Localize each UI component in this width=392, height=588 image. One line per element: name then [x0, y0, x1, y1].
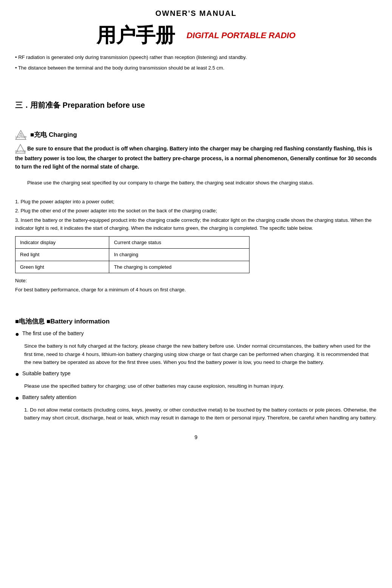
table-cell-green-indicator: Green light	[15, 261, 109, 273]
charging-para1-bold: CAUTION Be sure to ensure that the produ…	[15, 144, 377, 171]
step-1: 1. Plug the power adapter into a power o…	[15, 198, 377, 206]
bullet1-dot: ●	[15, 330, 19, 339]
section3-heading: 三．用前准备 Preparation before use	[15, 99, 377, 111]
table-header-row: Indicator display Current charge status	[15, 236, 249, 249]
table-row-green: Green light The charging is completed	[15, 261, 249, 273]
table-header-col1: Indicator display	[15, 236, 109, 249]
owner-manual-title: OWNER'S MANUAL	[15, 8, 377, 19]
svg-text:CAUTION: CAUTION	[15, 150, 26, 153]
chinese-title: 用户手册	[96, 20, 175, 50]
charging-subheading: CAUTION ⚠ ■充电 Charging	[15, 129, 377, 141]
table-cell-green-status: The charging is completed	[109, 261, 249, 273]
charging-steps: 1. Plug the power adapter into a power o…	[15, 198, 377, 232]
battery-bullet3-content: Battery safety attention	[22, 393, 76, 401]
charging-table: Indicator display Current charge status …	[15, 236, 249, 274]
bullet-distance: • The distance between the terminal and …	[15, 64, 377, 72]
bullet2-label: Suitable battery type	[22, 370, 71, 376]
table-row-red: Red light In charging	[15, 249, 249, 261]
distance-bullet: • The distance between the terminal and …	[15, 64, 377, 72]
note-label: Note:	[15, 277, 377, 285]
table-cell-red-status: In charging	[109, 249, 249, 261]
bullet3-dot: ●	[15, 393, 19, 403]
battery-bullet2: ● Suitable battery type	[15, 370, 377, 379]
battery-bullet1-content: The first use of the battery	[22, 330, 87, 337]
battery-bullet3: ● Battery safety attention	[15, 393, 377, 403]
bullet3-label: Battery safety attention	[22, 394, 76, 400]
bullet1-label: The first use of the battery	[22, 330, 84, 336]
charging-bold-text: Be sure to ensure that the product is of…	[15, 145, 377, 170]
charging-indented-note: Please use the charging seat specified b…	[27, 179, 377, 187]
step-3: 3. Insert the battery or the battery-equ…	[15, 217, 377, 232]
battery-subheading: ■电池信息 ■Battery information	[15, 317, 377, 326]
charging-heading-text: ■充电 Charging	[30, 130, 77, 140]
battery-bullet2-content: Suitable battery type	[22, 370, 71, 378]
battery-heading-text: ■电池信息 ■Battery information	[15, 317, 110, 326]
section3-heading-text: 三．用前准备 Preparation before use	[15, 99, 145, 111]
table-header-col2: Current charge status	[109, 236, 249, 249]
charging-indented-text: Please use the charging seat specified b…	[27, 180, 314, 186]
rf-radiation-bullet: • RF radiation is generated only during …	[15, 54, 377, 61]
page-number: 9	[15, 433, 377, 441]
header-row: 用户手册 DIGITAL PORTABLE RADIO	[15, 20, 377, 50]
bullet-rf: • RF radiation is generated only during …	[15, 54, 377, 61]
bullet2-dot: ●	[15, 370, 19, 379]
battery-bullet2-text: Please use the specified battery for cha…	[24, 382, 377, 390]
battery-bullet3-text: 1. Do not allow metal contacts (includin…	[24, 406, 377, 422]
page-header: OWNER'S MANUAL 用户手册 DIGITAL PORTABLE RAD…	[15, 8, 377, 50]
battery-bullet1-text: Since the battery is not fully charged a…	[24, 342, 377, 367]
svg-text:⚠: ⚠	[19, 132, 23, 136]
note-text: For best battery performance, charge for…	[15, 286, 377, 294]
caution-inline-icon: CAUTION	[15, 144, 26, 154]
battery-bullet1: ● The first use of the battery	[15, 330, 377, 339]
table-cell-red-indicator: Red light	[15, 249, 109, 261]
caution-icon: CAUTION ⚠	[15, 129, 26, 141]
digital-portable-label: DIGITAL PORTABLE RADIO	[186, 29, 295, 42]
step-2: 2. Plug the other end of the power adapt…	[15, 207, 377, 215]
